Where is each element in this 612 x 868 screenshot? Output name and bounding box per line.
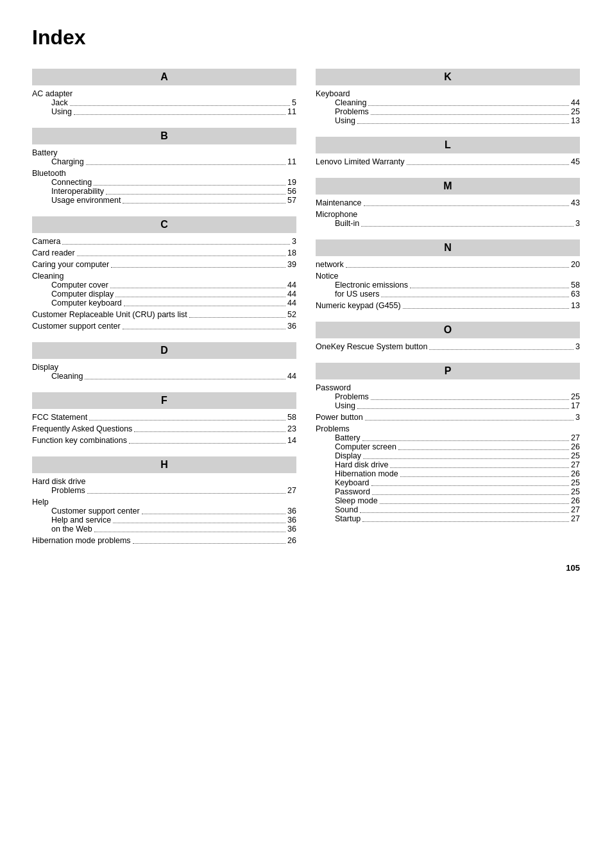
entry-child: Problems27 (32, 486, 296, 495)
dots (123, 203, 285, 204)
entry-group: Customer Replaceable Unit (CRU) parts li… (32, 310, 296, 319)
section-header: A (32, 69, 296, 85)
entry-child: Using17 (316, 401, 580, 410)
entry-page: 18 (287, 248, 296, 257)
section: PPasswordProblems25Using17Power button3P… (316, 363, 580, 523)
section: OOneKey Rescue System button3 (316, 322, 580, 351)
entry-top: Maintenance43 (316, 198, 580, 207)
entry-child: Charging11 (32, 157, 296, 166)
entry-label: Lenovo Limited Warranty (316, 157, 405, 166)
entry-child: Computer keyboard44 (32, 299, 296, 308)
entry-group: Card reader18 (32, 248, 296, 257)
dots (365, 420, 574, 421)
dots (346, 267, 569, 268)
entry-label: Customer support center (51, 507, 140, 516)
entry-child: Customer support center36 (32, 507, 296, 516)
entry-label: Function key combinations (32, 436, 127, 445)
entry-top: Frequently Asked Questions23 (32, 424, 296, 433)
dots (381, 297, 569, 297)
dots (429, 349, 574, 350)
section: Nnetwork20NoticeElectronic emissions58fo… (316, 239, 580, 310)
entry-page: 52 (287, 310, 296, 319)
entry-page: 3 (575, 413, 580, 422)
entry-group: network20 (316, 260, 580, 269)
dots (390, 467, 569, 468)
entry-child: Keyboard25 (316, 478, 580, 487)
dots (106, 194, 285, 195)
entry-group: FCC Statement58 (32, 413, 296, 422)
entry-child: Sleep mode26 (316, 496, 580, 505)
dots (115, 297, 285, 297)
entry-label: Frequently Asked Questions (32, 424, 132, 433)
entry-group: Function key combinations14 (32, 436, 296, 445)
entry-label: Sleep mode (335, 496, 378, 505)
entry-page: 26 (287, 536, 296, 545)
entry-label: Camera (32, 237, 60, 246)
entry-label: Keyboard (335, 478, 370, 487)
entry-label: Electronic emissions (335, 281, 408, 290)
entry-group: Camera3 (32, 237, 296, 246)
entry-child: Interoperability56 (32, 187, 296, 196)
dots (371, 485, 570, 486)
entry-parent: Hard disk drive (32, 477, 296, 486)
entry-page: 44 (287, 281, 296, 290)
entry-label: Computer keyboard (51, 299, 122, 308)
entry-top: Customer support center36 (32, 322, 296, 331)
dots (403, 308, 569, 309)
index-columns: AAC adapterJack5Using11BBatteryCharging1… (32, 69, 580, 557)
entry-top: Lenovo Limited Warranty45 (316, 157, 580, 166)
entry-group: Frequently Asked Questions23 (32, 424, 296, 433)
entry-group: HelpCustomer support center36Help and se… (32, 498, 296, 534)
entry-group: AC adapterJack5Using11 (32, 89, 296, 116)
entry-label: Interoperability (51, 187, 104, 196)
entry-top: Function key combinations14 (32, 436, 296, 445)
entry-child: Battery27 (316, 433, 580, 442)
dots (111, 267, 285, 268)
entry-page: 26 (571, 496, 580, 505)
right-column: KKeyboardCleaning44Problems25Using13LLen… (316, 69, 580, 557)
entry-label: Power button (316, 413, 363, 422)
entry-label: Using (51, 107, 72, 116)
dots (89, 420, 285, 421)
entry-label: Cleaning (335, 98, 366, 107)
section: BBatteryCharging11BluetoothConnecting19I… (32, 128, 296, 205)
dots (371, 399, 569, 400)
entry-page: 25 (571, 392, 580, 401)
entry-page: 27 (571, 505, 580, 514)
entry-page: 27 (571, 433, 580, 442)
entry-label: on the Web (51, 525, 92, 534)
section-header: B (32, 128, 296, 144)
entry-group: Numeric keypad (G455)13 (316, 301, 580, 310)
entry-label: Computer screen (335, 442, 396, 451)
entry-label: Card reader (32, 248, 75, 257)
entry-parent: Keyboard (316, 89, 580, 98)
dots (357, 123, 569, 124)
section: HHard disk driveProblems27HelpCustomer s… (32, 456, 296, 545)
entry-label: Built-in (335, 219, 359, 228)
entry-label: Password (335, 487, 370, 496)
section: FFCC Statement58Frequently Asked Questio… (32, 392, 296, 445)
entry-page: 43 (571, 198, 580, 207)
entry-parent: Help (32, 498, 296, 507)
entry-page: 44 (287, 290, 296, 299)
entry-page: 26 (571, 442, 580, 451)
entry-label: Computer cover (51, 281, 108, 290)
section-header: P (316, 363, 580, 379)
dots (133, 543, 286, 544)
dots (363, 458, 569, 459)
entry-label: Problems (51, 486, 85, 495)
dots (368, 105, 569, 106)
entry-label: Cleaning (51, 372, 83, 381)
entry-top: Camera3 (32, 237, 296, 246)
section-header: O (316, 322, 580, 338)
dots (87, 493, 285, 494)
section: DDisplayCleaning44 (32, 342, 296, 381)
section: KKeyboardCleaning44Problems25Using13 (316, 69, 580, 125)
entry-top: Customer Replaceable Unit (CRU) parts li… (32, 310, 296, 319)
dots (113, 523, 285, 523)
entry-group: BatteryCharging11 (32, 148, 296, 166)
entry-child: Usage environment57 (32, 196, 296, 205)
dots (62, 244, 290, 245)
entry-parent: Display (32, 363, 296, 372)
dots (407, 164, 570, 165)
